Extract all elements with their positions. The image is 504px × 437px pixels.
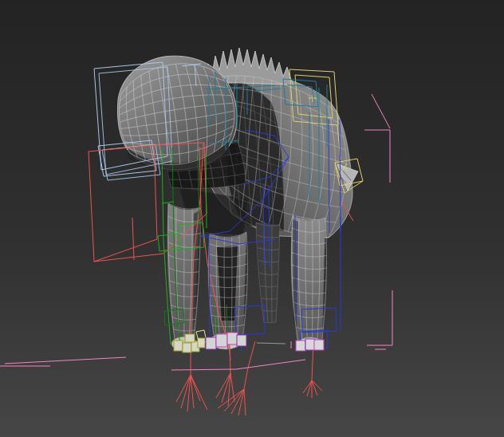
rig-toe-helpers-magenta-c-toe1 [206, 337, 216, 349]
rig-toe-helpers-magenta-r-toe3 [314, 340, 324, 350]
rig-toe-helpers-olive-toe5 [185, 334, 195, 342]
rig-toe-helpers-olive-toe1 [174, 341, 183, 351]
rig-toe-helpers-magenta-r-toe2 [305, 339, 315, 350]
viewport-canvas[interactable] [0, 0, 504, 437]
rig-toe-helpers-magenta-c-toe3 [227, 333, 238, 344]
rig-toe-helpers-magenta-c-toe4 [237, 335, 246, 346]
rig-toe-helpers-olive-toe2 [183, 343, 191, 352]
rig-toe-helpers-magenta-c-toe2 [216, 334, 227, 347]
3d-viewport[interactable] [0, 0, 504, 437]
rig-toe-helpers-magenta-r-toe1 [296, 341, 305, 351]
